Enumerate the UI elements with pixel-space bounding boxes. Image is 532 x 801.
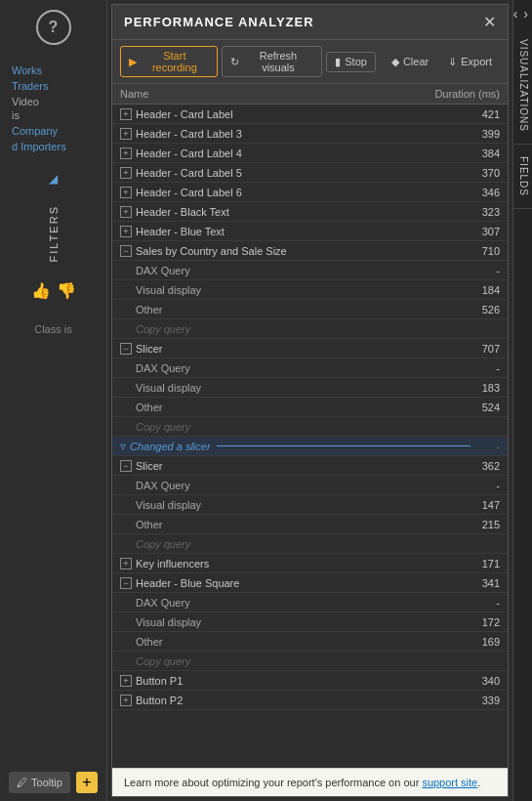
sub-row[interactable]: Other 526 bbox=[112, 300, 508, 319]
nav-forward-arrow[interactable]: › bbox=[521, 4, 530, 23]
row-name-container: Other bbox=[120, 636, 451, 648]
expand-icon[interactable]: + bbox=[120, 206, 132, 218]
table-row[interactable]: + Header - Black Text 323 bbox=[112, 202, 508, 222]
row-duration: 183 bbox=[451, 382, 500, 394]
row-duration: 307 bbox=[451, 226, 500, 237]
sub-row[interactable]: DAX Query - bbox=[112, 593, 508, 612]
table-row[interactable]: + Button P2 339 bbox=[112, 691, 508, 710]
sub-row[interactable]: Visual display 183 bbox=[112, 378, 508, 398]
expand-icon[interactable]: + bbox=[120, 187, 132, 198]
sub-row[interactable]: DAX Query - bbox=[112, 476, 508, 495]
sub-row[interactable]: DAX Query - bbox=[112, 358, 508, 378]
table-row[interactable]: − Slicer 362 bbox=[112, 456, 508, 476]
row-name-text: Copy query bbox=[120, 323, 190, 335]
row-name-container: Copy query bbox=[120, 538, 451, 550]
table-row[interactable]: + Header - Card Label 5 370 bbox=[112, 163, 508, 183]
panel-header: Performance Analyzer ✕ bbox=[112, 5, 508, 40]
table-row[interactable]: + Header - Blue Text 307 bbox=[112, 222, 508, 241]
refresh-visuals-button[interactable]: ↻ Refresh visuals bbox=[222, 46, 323, 77]
expand-icon[interactable]: + bbox=[120, 108, 132, 120]
stop-button[interactable]: ▮ Stop bbox=[326, 52, 376, 72]
close-button[interactable]: ✕ bbox=[483, 13, 496, 31]
tab-visualizations[interactable]: VISUALIZATIONS bbox=[513, 27, 532, 145]
export-button[interactable]: ⇓ Export bbox=[440, 53, 500, 71]
row-name-text: Other bbox=[120, 636, 163, 648]
table-row[interactable]: − Slicer 707 bbox=[112, 339, 508, 358]
sub-row[interactable]: Other 169 bbox=[112, 632, 508, 652]
row-name-text: Slicer bbox=[136, 460, 163, 472]
row-duration: - bbox=[451, 597, 500, 609]
row-name-container: DAX Query bbox=[120, 265, 451, 276]
table-header: Name Duration (ms) bbox=[112, 84, 508, 105]
nav-back-arrow[interactable]: ‹ bbox=[512, 4, 520, 23]
sidebar-text-is: is bbox=[12, 109, 95, 121]
table-row[interactable]: + Header - Card Label 6 346 bbox=[112, 183, 508, 202]
row-name-container: Copy query bbox=[120, 421, 451, 433]
table-row[interactable]: + Header - Card Label 421 bbox=[112, 105, 508, 124]
row-duration: 147 bbox=[451, 499, 500, 511]
row-duration: 707 bbox=[451, 343, 500, 355]
thumbs-down-icon[interactable]: 👎 bbox=[57, 281, 76, 300]
table-row[interactable]: + Button P1 340 bbox=[112, 671, 508, 691]
sub-row[interactable]: Other 215 bbox=[112, 515, 508, 534]
table-row[interactable]: − Sales by Country and Sale Size 710 bbox=[112, 241, 508, 261]
row-name-text: Header - Card Label bbox=[136, 108, 233, 120]
row-duration: 526 bbox=[451, 304, 500, 316]
row-duration: 339 bbox=[451, 695, 500, 706]
expand-icon[interactable]: − bbox=[120, 245, 132, 257]
sidebar-nav-importers[interactable]: d Importers bbox=[12, 141, 95, 152]
sidebar-nav-traders[interactable]: Traders bbox=[12, 80, 95, 92]
sub-row[interactable]: Other 524 bbox=[112, 398, 508, 417]
row-name-text: Other bbox=[120, 304, 163, 316]
sub-row[interactable]: DAX Query - bbox=[112, 261, 508, 280]
sub-row[interactable]: Visual display 172 bbox=[112, 612, 508, 632]
table-row[interactable]: + Header - Card Label 3 399 bbox=[112, 124, 508, 144]
row-name-text: Header - Card Label 5 bbox=[136, 167, 242, 179]
expand-icon[interactable]: + bbox=[120, 558, 132, 569]
sub-row[interactable]: Visual display 184 bbox=[112, 280, 508, 300]
row-duration: 710 bbox=[451, 245, 500, 257]
row-duration: 399 bbox=[451, 128, 500, 140]
filter-funnel-icon[interactable]: ◢ bbox=[49, 172, 58, 186]
expand-icon[interactable]: + bbox=[120, 226, 132, 237]
table-row[interactable]: + Header - Card Label 4 384 bbox=[112, 144, 508, 163]
row-name-container: + Header - Card Label bbox=[120, 108, 451, 120]
add-button[interactable]: + bbox=[76, 772, 98, 793]
tooltip-button[interactable]: 🖊 Tooltip bbox=[9, 772, 70, 793]
sub-row[interactable]: Visual display 147 bbox=[112, 495, 508, 515]
expand-icon[interactable]: + bbox=[120, 167, 132, 179]
expand-icon[interactable]: − bbox=[120, 577, 132, 589]
tab-fields[interactable]: FIELDS bbox=[513, 145, 532, 209]
sub-row[interactable]: Copy query bbox=[112, 319, 508, 339]
sub-row[interactable]: Copy query bbox=[112, 417, 508, 437]
row-name-text: DAX Query bbox=[120, 362, 190, 374]
support-link[interactable]: support site bbox=[422, 777, 477, 788]
sub-row[interactable]: Copy query bbox=[112, 534, 508, 554]
row-name-text: Header - Card Label 6 bbox=[136, 187, 242, 198]
clear-button[interactable]: ◆ Clear bbox=[384, 53, 436, 71]
sub-row[interactable]: Copy query bbox=[112, 652, 508, 671]
row-name-container: Other bbox=[120, 304, 451, 316]
thumbs-up-icon[interactable]: 👍 bbox=[31, 281, 51, 300]
sidebar-nav-company[interactable]: Company bbox=[12, 125, 95, 137]
expand-icon[interactable]: + bbox=[120, 675, 132, 687]
expand-icon[interactable]: − bbox=[120, 460, 132, 472]
expand-icon[interactable]: − bbox=[120, 343, 132, 355]
table-row[interactable]: − Header - Blue Square 341 bbox=[112, 573, 508, 593]
changed-slicer-text: Changed a slicer bbox=[126, 441, 211, 452]
main-panel: Performance Analyzer ✕ ▶ Start recording… bbox=[107, 0, 512, 801]
table-row[interactable]: + Key influencers 171 bbox=[112, 554, 508, 573]
refresh-visuals-label: Refresh visuals bbox=[243, 50, 314, 73]
performance-table[interactable]: + Header - Card Label 421 + Header - Car… bbox=[112, 105, 508, 768]
start-recording-button[interactable]: ▶ Start recording bbox=[120, 46, 218, 77]
expand-icon[interactable]: + bbox=[120, 695, 132, 706]
row-name-text: Header - Card Label 4 bbox=[136, 148, 242, 159]
row-duration: 215 bbox=[451, 519, 500, 530]
row-name-container: Visual display bbox=[120, 382, 451, 394]
expand-icon[interactable]: + bbox=[120, 128, 132, 140]
sidebar-nav-works[interactable]: Works bbox=[12, 64, 95, 76]
tooltip-icon: 🖊 bbox=[17, 777, 27, 788]
help-icon[interactable]: ? bbox=[36, 10, 71, 45]
col-name-header: Name bbox=[120, 88, 148, 100]
expand-icon[interactable]: + bbox=[120, 148, 132, 159]
